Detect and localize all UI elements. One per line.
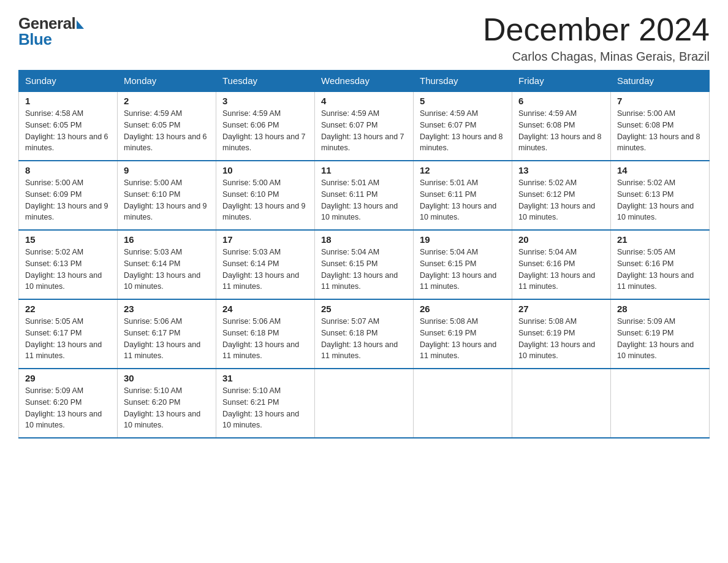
day-number: 20: [518, 234, 604, 245]
day-info: Sunrise: 5:07 AMSunset: 6:18 PMDaylight:…: [321, 317, 398, 360]
day-number: 1: [25, 96, 111, 106]
col-header-saturday: Saturday: [611, 71, 710, 92]
day-cell: 8Sunrise: 5:00 AMSunset: 6:09 PMDaylight…: [19, 161, 118, 230]
day-info: Sunrise: 5:03 AMSunset: 6:14 PMDaylight:…: [124, 248, 200, 291]
day-info: Sunrise: 4:59 AMSunset: 6:08 PMDaylight:…: [518, 109, 602, 152]
day-info: Sunrise: 5:02 AMSunset: 6:13 PMDaylight:…: [25, 248, 102, 291]
day-info: Sunrise: 4:59 AMSunset: 6:07 PMDaylight:…: [420, 109, 503, 152]
day-number: 19: [420, 234, 506, 245]
day-cell: 12Sunrise: 5:01 AMSunset: 6:11 PMDayligh…: [414, 161, 512, 230]
page-header: General Blue December 2024 Carlos Chagas…: [18, 12, 710, 64]
day-cell: 30Sunrise: 5:10 AMSunset: 6:20 PMDayligh…: [118, 369, 216, 438]
col-header-sunday: Sunday: [19, 71, 118, 92]
day-info: Sunrise: 5:02 AMSunset: 6:12 PMDaylight:…: [518, 178, 595, 221]
day-cell: 22Sunrise: 5:05 AMSunset: 6:17 PMDayligh…: [19, 299, 118, 369]
day-info: Sunrise: 4:59 AMSunset: 6:07 PMDaylight:…: [321, 109, 404, 152]
day-info: Sunrise: 5:08 AMSunset: 6:19 PMDaylight:…: [420, 317, 496, 360]
day-info: Sunrise: 5:00 AMSunset: 6:09 PMDaylight:…: [25, 178, 108, 221]
day-number: 4: [321, 96, 407, 106]
day-cell: 15Sunrise: 5:02 AMSunset: 6:13 PMDayligh…: [19, 230, 118, 299]
day-cell: 24Sunrise: 5:06 AMSunset: 6:18 PMDayligh…: [216, 299, 315, 369]
day-number: 11: [321, 165, 407, 175]
day-cell: [512, 369, 611, 438]
day-number: 9: [124, 165, 210, 175]
day-info: Sunrise: 5:04 AMSunset: 6:16 PMDaylight:…: [518, 248, 595, 291]
day-cell: 6Sunrise: 4:59 AMSunset: 6:08 PMDaylight…: [512, 91, 611, 161]
day-cell: 25Sunrise: 5:07 AMSunset: 6:18 PMDayligh…: [315, 299, 414, 369]
day-cell: 28Sunrise: 5:09 AMSunset: 6:19 PMDayligh…: [611, 299, 710, 369]
logo-line: General: [18, 15, 84, 31]
day-info: Sunrise: 5:09 AMSunset: 6:20 PMDaylight:…: [25, 386, 102, 429]
day-info: Sunrise: 5:05 AMSunset: 6:17 PMDaylight:…: [25, 317, 102, 360]
day-cell: 14Sunrise: 5:02 AMSunset: 6:13 PMDayligh…: [611, 161, 710, 230]
calendar-table: SundayMondayTuesdayWednesdayThursdayFrid…: [18, 70, 710, 439]
day-number: 24: [222, 304, 308, 314]
day-number: 14: [617, 165, 703, 175]
col-header-thursday: Thursday: [414, 71, 512, 92]
location-subtitle: Carlos Chagas, Minas Gerais, Brazil: [483, 50, 710, 64]
col-header-wednesday: Wednesday: [315, 71, 414, 92]
day-info: Sunrise: 5:00 AMSunset: 6:10 PMDaylight:…: [222, 178, 306, 221]
day-info: Sunrise: 4:58 AMSunset: 6:05 PMDaylight:…: [25, 109, 108, 152]
day-info: Sunrise: 5:10 AMSunset: 6:21 PMDaylight:…: [222, 386, 299, 429]
day-cell: 27Sunrise: 5:08 AMSunset: 6:19 PMDayligh…: [512, 299, 611, 369]
day-number: 15: [25, 234, 111, 245]
day-number: 25: [321, 304, 407, 314]
day-info: Sunrise: 5:04 AMSunset: 6:15 PMDaylight:…: [321, 248, 398, 291]
day-info: Sunrise: 4:59 AMSunset: 6:05 PMDaylight:…: [124, 109, 207, 152]
day-cell: [315, 369, 414, 438]
day-number: 12: [420, 165, 506, 175]
day-cell: 9Sunrise: 5:00 AMSunset: 6:10 PMDaylight…: [118, 161, 216, 230]
day-number: 23: [124, 304, 210, 314]
day-cell: 1Sunrise: 4:58 AMSunset: 6:05 PMDaylight…: [19, 91, 118, 161]
day-cell: 10Sunrise: 5:00 AMSunset: 6:10 PMDayligh…: [216, 161, 315, 230]
logo-blue-line: Blue: [18, 31, 51, 47]
col-header-tuesday: Tuesday: [216, 71, 315, 92]
day-info: Sunrise: 5:06 AMSunset: 6:17 PMDaylight:…: [124, 317, 200, 360]
day-cell: 3Sunrise: 4:59 AMSunset: 6:06 PMDaylight…: [216, 91, 315, 161]
day-info: Sunrise: 5:02 AMSunset: 6:13 PMDaylight:…: [617, 178, 694, 221]
header-row: SundayMondayTuesdayWednesdayThursdayFrid…: [19, 71, 710, 92]
week-row-3: 15Sunrise: 5:02 AMSunset: 6:13 PMDayligh…: [19, 230, 710, 299]
day-info: Sunrise: 5:03 AMSunset: 6:14 PMDaylight:…: [222, 248, 299, 291]
day-info: Sunrise: 5:04 AMSunset: 6:15 PMDaylight:…: [420, 248, 496, 291]
day-info: Sunrise: 5:09 AMSunset: 6:19 PMDaylight:…: [617, 317, 694, 360]
day-number: 31: [222, 373, 308, 383]
title-section: December 2024 Carlos Chagas, Minas Gerai…: [483, 12, 710, 64]
day-number: 21: [617, 234, 703, 245]
day-cell: 20Sunrise: 5:04 AMSunset: 6:16 PMDayligh…: [512, 230, 611, 299]
day-cell: 29Sunrise: 5:09 AMSunset: 6:20 PMDayligh…: [19, 369, 118, 438]
day-cell: 23Sunrise: 5:06 AMSunset: 6:17 PMDayligh…: [118, 299, 216, 369]
day-number: 27: [518, 304, 604, 314]
logo-triangle-icon: [77, 20, 84, 29]
logo-blue: Blue: [18, 30, 51, 48]
day-number: 8: [25, 165, 111, 175]
day-info: Sunrise: 5:00 AMSunset: 6:08 PMDaylight:…: [617, 109, 700, 152]
day-info: Sunrise: 5:05 AMSunset: 6:16 PMDaylight:…: [617, 248, 694, 291]
day-number: 13: [518, 165, 604, 175]
day-cell: 7Sunrise: 5:00 AMSunset: 6:08 PMDaylight…: [611, 91, 710, 161]
day-cell: 18Sunrise: 5:04 AMSunset: 6:15 PMDayligh…: [315, 230, 414, 299]
day-number: 5: [420, 96, 506, 106]
week-row-1: 1Sunrise: 4:58 AMSunset: 6:05 PMDaylight…: [19, 91, 710, 161]
day-number: 10: [222, 165, 308, 175]
day-cell: 2Sunrise: 4:59 AMSunset: 6:05 PMDaylight…: [118, 91, 216, 161]
day-number: 16: [124, 234, 210, 245]
day-number: 7: [617, 96, 703, 106]
day-number: 28: [617, 304, 703, 314]
day-info: Sunrise: 5:00 AMSunset: 6:10 PMDaylight:…: [124, 178, 207, 221]
day-number: 29: [25, 373, 111, 383]
day-cell: 5Sunrise: 4:59 AMSunset: 6:07 PMDaylight…: [414, 91, 512, 161]
day-number: 22: [25, 304, 111, 314]
day-cell: 17Sunrise: 5:03 AMSunset: 6:14 PMDayligh…: [216, 230, 315, 299]
day-info: Sunrise: 5:08 AMSunset: 6:19 PMDaylight:…: [518, 317, 595, 360]
day-info: Sunrise: 5:10 AMSunset: 6:20 PMDaylight:…: [124, 386, 200, 429]
day-cell: 4Sunrise: 4:59 AMSunset: 6:07 PMDaylight…: [315, 91, 414, 161]
month-title: December 2024: [483, 12, 710, 47]
week-row-5: 29Sunrise: 5:09 AMSunset: 6:20 PMDayligh…: [19, 369, 710, 438]
day-cell: 26Sunrise: 5:08 AMSunset: 6:19 PMDayligh…: [414, 299, 512, 369]
day-number: 2: [124, 96, 210, 106]
day-cell: 21Sunrise: 5:05 AMSunset: 6:16 PMDayligh…: [611, 230, 710, 299]
day-info: Sunrise: 5:01 AMSunset: 6:11 PMDaylight:…: [420, 178, 496, 221]
day-cell: 11Sunrise: 5:01 AMSunset: 6:11 PMDayligh…: [315, 161, 414, 230]
